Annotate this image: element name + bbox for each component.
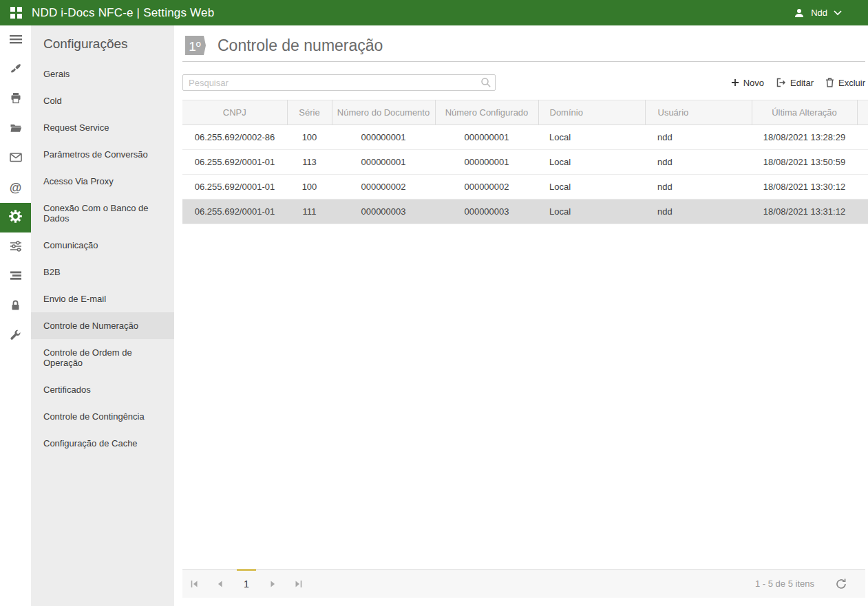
next-page-icon xyxy=(268,579,277,589)
pager-info: 1 - 5 de 5 itens xyxy=(755,578,814,589)
rail-item-mail[interactable] xyxy=(0,144,31,173)
column-header-cnpj[interactable]: CNPJ xyxy=(182,100,287,125)
pager-first-button[interactable] xyxy=(184,570,204,598)
cell-serie: 100 xyxy=(287,125,332,150)
editar-button[interactable]: Editar xyxy=(776,78,814,88)
pager-prev-button[interactable] xyxy=(210,570,231,598)
cell-numero-documento: 000000003 xyxy=(332,199,435,224)
sidebar-item-request-service[interactable]: Request Service xyxy=(31,114,174,141)
table-row-selected[interactable]: 06.255.692/0001-01 111 000000003 0000000… xyxy=(182,199,868,224)
rail-item-menu[interactable] xyxy=(0,25,31,55)
page-header: 1º Controle de numeração xyxy=(182,25,865,62)
table-row[interactable]: 06.255.692/0001-01 113 000000001 0000000… xyxy=(182,150,868,175)
wrench-icon xyxy=(10,329,21,343)
cell-cnpj: 06.255.692/0001-01 xyxy=(182,150,287,175)
sidebar-item-acesso-proxy[interactable]: Acesso Via Proxy xyxy=(31,168,174,195)
column-header-serie[interactable]: Série xyxy=(287,100,332,125)
cell-cnpj: 06.255.692/0001-01 xyxy=(182,175,287,199)
icon-rail: @ xyxy=(0,25,31,606)
excluir-button[interactable]: Excluir xyxy=(825,78,865,88)
first-page-icon xyxy=(189,579,199,589)
column-header-ultima-alteracao[interactable]: Última Alteração xyxy=(752,100,857,125)
sidebar-item-certificados[interactable]: Certificados xyxy=(31,376,174,403)
cell-serie: 113 xyxy=(287,150,332,175)
excluir-label: Excluir xyxy=(838,78,865,88)
rail-item-lists[interactable] xyxy=(0,262,31,292)
rail-item-printer[interactable] xyxy=(0,85,31,114)
sidebar-item-conexao-banco[interactable]: Conexão Com o Banco de Dados xyxy=(31,195,174,232)
sidebar-item-controle-contingencia[interactable]: Controle de Contingência xyxy=(31,403,174,430)
sidebar-item-b2b[interactable]: B2B xyxy=(31,259,174,285)
cell-numero-documento: 000000001 xyxy=(332,125,435,150)
printer-icon xyxy=(10,92,22,107)
rail-item-security[interactable] xyxy=(0,292,31,321)
sliders-icon xyxy=(10,240,22,255)
cell-numero-configurado: 000000003 xyxy=(435,199,538,224)
user-menu[interactable]: Ndd xyxy=(794,8,842,19)
column-header-numero-documento[interactable]: Número do Documento xyxy=(332,100,435,125)
sidebar-item-configuracao-cache[interactable]: Configuração de Cache xyxy=(31,430,174,457)
cell-serie: 100 xyxy=(287,175,332,199)
cell-numero-configurado: 000000002 xyxy=(435,175,538,199)
rail-item-documents[interactable] xyxy=(0,114,31,144)
at-icon: @ xyxy=(10,181,22,195)
edit-icon xyxy=(776,78,786,87)
cell-usuario: ndd xyxy=(645,175,752,199)
novo-label: Novo xyxy=(743,78,764,88)
table-header-spacer xyxy=(857,100,868,125)
app-title: NDD i-Docs NFC-e | Settings Web xyxy=(32,6,214,20)
column-header-usuario[interactable]: Usuário xyxy=(645,100,752,125)
table-row[interactable]: 06.255.692/0002-86 100 000000001 0000000… xyxy=(182,125,868,150)
data-grid: CNPJ Série Número do Documento Número Co… xyxy=(182,100,865,224)
controls-row: Novo Editar Excluir xyxy=(182,74,865,91)
cell-ultima-alteracao: 18/08/2021 13:50:59 xyxy=(752,150,857,175)
cell-dominio: Local xyxy=(538,199,645,224)
cell-cnpj: 06.255.692/0002-86 xyxy=(182,125,287,150)
refresh-icon xyxy=(835,578,847,590)
rail-item-maintenance[interactable] xyxy=(0,321,31,351)
search-icon xyxy=(480,77,491,91)
pager-next-button[interactable] xyxy=(262,570,283,598)
rail-item-settings[interactable] xyxy=(0,203,31,232)
cell-spacer xyxy=(857,150,868,175)
list-icon xyxy=(10,270,22,283)
cell-dominio: Local xyxy=(538,175,645,199)
folder-icon xyxy=(10,122,22,136)
trash-icon xyxy=(825,78,834,87)
rail-item-tools[interactable] xyxy=(0,55,31,85)
cell-numero-configurado: 000000001 xyxy=(435,125,538,150)
plus-icon xyxy=(731,78,739,87)
sidebar-item-gerais[interactable]: Gerais xyxy=(31,61,174,87)
main-content: 1º Controle de numeração Novo Editar Exc… xyxy=(174,25,868,606)
cell-dominio: Local xyxy=(538,125,645,150)
pager: 1 1 - 5 de 5 itens xyxy=(182,569,865,598)
pager-page-1[interactable]: 1 xyxy=(236,570,257,598)
lock-icon xyxy=(10,299,21,314)
cell-numero-configurado: 000000001 xyxy=(435,150,538,175)
sidebar-item-controle-ordem-operacao[interactable]: Controle de Ordem de Operação xyxy=(31,339,174,376)
novo-button[interactable]: Novo xyxy=(731,78,764,88)
prev-page-icon xyxy=(215,579,225,589)
user-icon xyxy=(794,8,805,19)
rail-item-preferences[interactable] xyxy=(0,232,31,262)
column-header-numero-configurado[interactable]: Número Configurado xyxy=(435,100,538,125)
refresh-button[interactable] xyxy=(835,578,847,590)
search-input[interactable] xyxy=(182,74,496,91)
cell-spacer xyxy=(857,125,868,150)
sidebar-item-cold[interactable]: Cold xyxy=(31,87,174,114)
cell-numero-documento: 000000001 xyxy=(332,150,435,175)
cell-ultima-alteracao: 18/08/2021 13:30:12 xyxy=(752,175,857,199)
table-header-row: CNPJ Série Número do Documento Número Co… xyxy=(182,100,868,125)
rail-item-proxy[interactable]: @ xyxy=(0,173,31,203)
toolbar-actions: Novo Editar Excluir xyxy=(731,78,865,88)
sidebar-item-comunicacao[interactable]: Comunicação xyxy=(31,232,174,259)
sidebar-item-envio-email[interactable]: Envio de E-mail xyxy=(31,285,174,312)
sidebar-title: Configurações xyxy=(31,25,174,61)
column-header-dominio[interactable]: Domínio xyxy=(538,100,645,125)
table-row[interactable]: 06.255.692/0001-01 100 000000002 0000000… xyxy=(182,175,868,199)
pager-last-button[interactable] xyxy=(288,570,309,598)
sidebar-item-parametros-conversao[interactable]: Parâmetros de Conversão xyxy=(31,141,174,168)
sidebar-item-controle-numeracao[interactable]: Controle de Numeração xyxy=(31,312,174,339)
cell-usuario: ndd xyxy=(645,199,752,224)
mail-icon xyxy=(10,152,22,165)
